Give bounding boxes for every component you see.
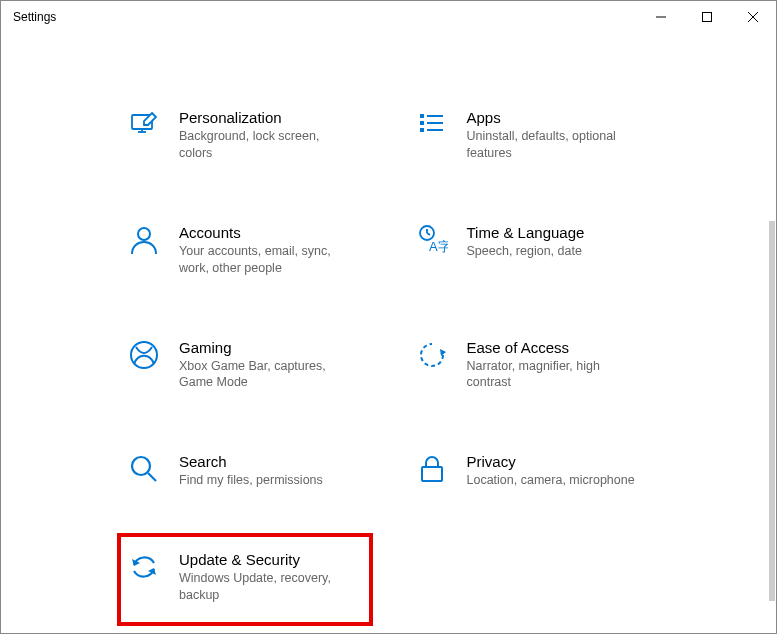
- category-time-language[interactable]: A字 Time & Language Speech, region, date: [409, 218, 657, 283]
- category-accounts[interactable]: Accounts Your accounts, email, sync, wor…: [121, 218, 369, 283]
- svg-rect-22: [422, 467, 442, 481]
- window-title: Settings: [13, 10, 56, 24]
- scrollbar[interactable]: [769, 221, 775, 601]
- update-security-icon: [127, 551, 161, 585]
- svg-marker-19: [440, 349, 446, 356]
- category-personalization[interactable]: Personalization Background, lock screen,…: [121, 103, 369, 168]
- search-icon: [127, 453, 161, 487]
- svg-rect-9: [420, 128, 424, 132]
- svg-text:A字: A字: [429, 239, 448, 254]
- close-button[interactable]: [730, 1, 776, 33]
- svg-line-21: [148, 473, 156, 481]
- time-language-icon: A字: [415, 224, 449, 258]
- category-title: Ease of Access: [467, 339, 651, 356]
- category-update-security[interactable]: Update & Security Windows Update, recove…: [117, 533, 373, 626]
- window-controls: [638, 1, 776, 33]
- category-ease-of-access[interactable]: Ease of Access Narrator, magnifier, high…: [409, 333, 657, 398]
- minimize-button[interactable]: [638, 1, 684, 33]
- category-title: Update & Security: [179, 551, 363, 568]
- category-title: Search: [179, 453, 363, 470]
- svg-point-13: [138, 228, 150, 240]
- category-desc: Location, camera, microphone: [467, 472, 637, 489]
- svg-point-20: [132, 457, 150, 475]
- category-title: Apps: [467, 109, 651, 126]
- category-desc: Find my files, permissions: [179, 472, 349, 489]
- category-title: Gaming: [179, 339, 363, 356]
- svg-rect-7: [420, 114, 424, 118]
- personalization-icon: [127, 109, 161, 143]
- svg-rect-1: [703, 13, 712, 22]
- category-desc: Speech, region, date: [467, 243, 637, 260]
- category-apps[interactable]: Apps Uninstall, defaults, optional featu…: [409, 103, 657, 168]
- category-privacy[interactable]: Privacy Location, camera, microphone: [409, 447, 657, 495]
- category-desc: Uninstall, defaults, optional features: [467, 128, 637, 162]
- svg-rect-12: [427, 129, 443, 131]
- category-gaming[interactable]: Gaming Xbox Game Bar, captures, Game Mod…: [121, 333, 369, 398]
- category-title: Time & Language: [467, 224, 651, 241]
- settings-categories: Personalization Background, lock screen,…: [1, 33, 776, 630]
- svg-rect-8: [420, 121, 424, 125]
- svg-rect-11: [427, 122, 443, 124]
- category-title: Accounts: [179, 224, 363, 241]
- category-search[interactable]: Search Find my files, permissions: [121, 447, 369, 495]
- accounts-icon: [127, 224, 161, 258]
- category-desc: Windows Update, recovery, backup: [179, 570, 349, 604]
- svg-line-16: [427, 233, 430, 235]
- apps-icon: [415, 109, 449, 143]
- gaming-icon: [127, 339, 161, 373]
- category-desc: Xbox Game Bar, captures, Game Mode: [179, 358, 349, 392]
- category-desc: Narrator, magnifier, high contrast: [467, 358, 637, 392]
- category-desc: Background, lock screen, colors: [179, 128, 349, 162]
- category-desc: Your accounts, email, sync, work, other …: [179, 243, 349, 277]
- privacy-icon: [415, 453, 449, 487]
- ease-of-access-icon: [415, 339, 449, 373]
- titlebar: Settings: [1, 1, 776, 33]
- category-title: Privacy: [467, 453, 651, 470]
- svg-rect-10: [427, 115, 443, 117]
- category-title: Personalization: [179, 109, 363, 126]
- maximize-button[interactable]: [684, 1, 730, 33]
